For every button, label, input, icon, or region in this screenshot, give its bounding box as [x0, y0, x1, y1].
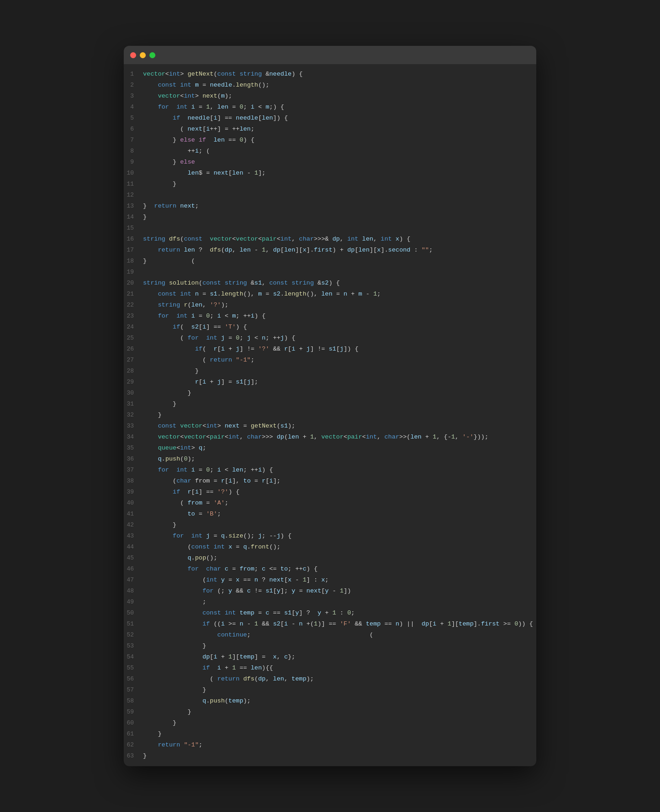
code-line: 11 }: [124, 179, 536, 190]
code-line: 14}: [124, 212, 536, 223]
code-line: 17 return len ? dfs(dp, len - 1, dp[len]…: [124, 245, 536, 256]
code-line: 52 continue; (: [124, 630, 536, 641]
code-line: 50 const int temp = c == s1[y] ? y + 1 :…: [124, 608, 536, 619]
code-line: 45 q.pop();: [124, 553, 536, 564]
code-line: 40 ( from = 'A';: [124, 498, 536, 509]
code-line: 13} return next;: [124, 201, 536, 212]
code-line: 53 }: [124, 641, 536, 652]
maximize-button[interactable]: [149, 52, 155, 58]
code-line: 61 }: [124, 729, 536, 740]
code-line: 7 } else if len == 0) {: [124, 135, 536, 146]
titlebar: [124, 46, 536, 64]
code-line: 43 for int j = q.size(); j; --j) {: [124, 531, 536, 542]
code-line: 35 queue<int> q;: [124, 443, 536, 454]
code-line: 29 r[i + j] = s1[j];: [124, 377, 536, 388]
code-line: 34 vector<vector<pair<int, char>>> dp(le…: [124, 432, 536, 443]
code-line: 12: [124, 190, 536, 201]
code-line: 26 if( r[i + j] != '?' && r[i + j] != s1…: [124, 344, 536, 355]
code-line: 54 dp[i + 1][temp] = x, c};: [124, 652, 536, 663]
code-editor: 1vector<int> getNext(const string &needl…: [124, 64, 536, 766]
code-line: 30 }: [124, 388, 536, 399]
code-line: 1vector<int> getNext(const string &needl…: [124, 69, 536, 80]
code-line: 63}: [124, 751, 536, 762]
code-line: 6 ( next[i++] = ++len;: [124, 124, 536, 135]
code-line: 10 len$ = next[len - 1];: [124, 168, 536, 179]
code-line: 39 if r[i] == '?') {: [124, 487, 536, 498]
code-line: 2 const int m = needle.length();: [124, 80, 536, 91]
code-line: 57 }: [124, 685, 536, 696]
code-line: 38 (char from = r[i], to = r[i];: [124, 476, 536, 487]
code-line: 9 } else: [124, 157, 536, 168]
code-line: 51 if ((i >= n - 1 && s2[i - n +(1)] == …: [124, 619, 536, 630]
code-line: 27 ( return "-1";: [124, 355, 536, 366]
code-line: 44 (const int x = q.front();: [124, 542, 536, 553]
code-line: 48 for (; y && c != s1[y]; y = next[y - …: [124, 586, 536, 597]
code-line: 41 to = 'B';: [124, 509, 536, 520]
code-line: 3 vector<int> next(m);: [124, 91, 536, 102]
code-line: 42 }: [124, 520, 536, 531]
code-line: 59 }: [124, 707, 536, 718]
code-line: 18} (: [124, 256, 536, 267]
close-button[interactable]: [130, 52, 136, 58]
code-line: 16string dfs(const vector<vector<pair<in…: [124, 234, 536, 245]
code-line: 49 ;: [124, 597, 536, 608]
code-line: 8 ++i; (: [124, 146, 536, 157]
code-line: 28 }: [124, 366, 536, 377]
code-line: 4 for int i = 1, len = 0; i < m;) {: [124, 102, 536, 113]
code-line: 15: [124, 223, 536, 234]
code-line: 19: [124, 267, 536, 278]
code-line: 25 ( for int j = 0; j < n; ++j) {: [124, 333, 536, 344]
code-window: 1vector<int> getNext(const string &needl…: [124, 46, 536, 766]
code-line: 58 q.push(temp);: [124, 696, 536, 707]
minimize-button[interactable]: [140, 52, 146, 58]
code-line: 47 (int y = x == n ? next[x - 1] : x;: [124, 575, 536, 586]
code-line: 56 ( return dfs(dp, len, temp);: [124, 674, 536, 685]
code-line: 55 if i + 1 == len){{: [124, 663, 536, 674]
code-line: 22 string r(len, '?');: [124, 300, 536, 311]
code-line: 32 }: [124, 410, 536, 421]
code-line: 20string solution(const string &s1, cons…: [124, 278, 536, 289]
code-line: 37 for int i = 0; i < len; ++i) {: [124, 465, 536, 476]
code-line: 33 const vector<int> next = getNext(s1);: [124, 421, 536, 432]
code-line: 36 q.push(0);: [124, 454, 536, 465]
code-line: 24 if( s2[i] == 'T') {: [124, 322, 536, 333]
code-line: 46 for char c = from; c <= to; ++c) {: [124, 564, 536, 575]
code-line: 62 return "-1";: [124, 740, 536, 751]
code-line: 23 for int i = 0; i < m; ++i) {: [124, 311, 536, 322]
code-line: 21 const int n = s1.length(), m = s2.len…: [124, 289, 536, 300]
code-line: 60 }: [124, 718, 536, 729]
code-line: 31 }: [124, 399, 536, 410]
code-line: 5 if needle[i] == needle[len]) {: [124, 113, 536, 124]
